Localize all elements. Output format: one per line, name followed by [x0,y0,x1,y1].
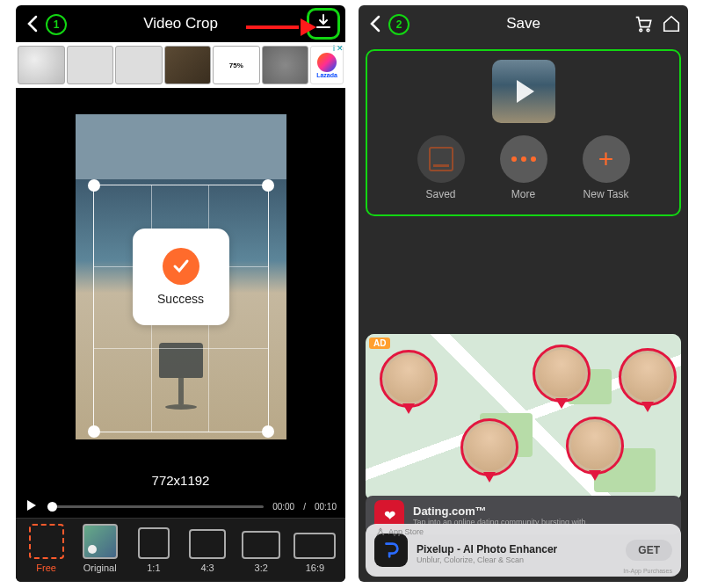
download-button[interactable] [307,8,340,40]
save-panel: Saved More + New Task [366,49,681,216]
appstore-sheet[interactable]: App Store Pixelup - AI Photo Enhancer Un… [366,524,681,577]
svg-point-1 [647,29,649,32]
more-icon [511,156,536,162]
aspect-ratio-bar: Free Original 1:1 4:3 3:2 16:9 [16,518,345,582]
cart-button[interactable] [632,12,655,35]
video-preview: Success [16,88,345,466]
header: 2 Save [359,5,688,42]
ratio-16-9[interactable]: 16:9 [291,533,339,573]
profile-pin [566,417,624,475]
profile-pin [619,348,677,406]
ad-badge: AD [369,338,390,349]
crop-handle-tr[interactable] [262,179,274,192]
profile-pin [460,418,518,476]
step-badge: 1 [46,14,67,35]
get-button[interactable]: GET [626,540,672,561]
success-toast: Success [133,229,229,325]
crop-handle-tl[interactable] [88,179,100,192]
step-badge: 2 [388,14,409,35]
crop-handle-br[interactable] [262,425,274,438]
back-button[interactable] [362,11,388,37]
home-button[interactable] [660,12,683,35]
ad-banner-strip[interactable]: 75% Lazada i✕ [16,42,345,88]
ad-thumb[interactable] [164,46,212,84]
more-action[interactable]: More [500,135,547,200]
ratio-1-1[interactable]: 1:1 [129,527,178,573]
back-button[interactable] [19,11,46,37]
ad-thumb[interactable] [67,46,114,84]
ad-thumb[interactable]: 75% [213,46,260,84]
play-button[interactable] [25,498,39,514]
svg-point-0 [640,29,642,32]
ad-thumb[interactable] [18,46,65,84]
checkmark-icon [163,248,199,285]
ratio-3-2[interactable]: 3:2 [237,531,286,573]
saved-action[interactable]: Saved [417,135,465,200]
ratio-original[interactable]: Original [76,524,124,573]
header: 1 Video Crop [16,5,345,42]
screen-save: 2 Save Saved More [359,5,688,582]
new-task-action[interactable]: + New Task [583,135,630,200]
plus-icon: + [598,146,614,172]
ad-thumb[interactable] [262,46,309,84]
profile-pin [380,350,438,408]
time-total: 00:10 [315,502,337,512]
appstore-label: App Store [376,527,424,536]
ad-info-icon[interactable]: i✕ [333,44,344,53]
profile-pin [533,345,591,403]
ad-thumb[interactable] [115,46,163,84]
dimensions-label: 772x1192 [16,466,345,495]
video-thumbnail[interactable] [492,60,555,123]
app-title: Pixelup - AI Photo Enhancer [417,543,617,555]
app-subtitle: Unblur, Colorize, Clear & Scan [417,555,617,564]
ad-title: Dating.com™ [413,505,586,518]
time-current: 00:00 [272,502,294,512]
seek-slider[interactable] [47,505,264,508]
ratio-free[interactable]: Free [22,524,70,573]
success-label: Success [157,292,204,306]
playback-bar: 00:00/00:10 [16,495,345,518]
ratio-4-3[interactable]: 4:3 [184,529,232,573]
play-icon [517,80,534,103]
save-icon [429,147,453,171]
ad-map-card[interactable]: AD [366,334,681,501]
app-icon [374,534,408,567]
iap-label: In-App Purchases [623,568,672,574]
crop-handle-bl[interactable] [88,425,100,438]
screen-video-crop: 1 Video Crop 75% Lazada i✕ [16,5,345,582]
